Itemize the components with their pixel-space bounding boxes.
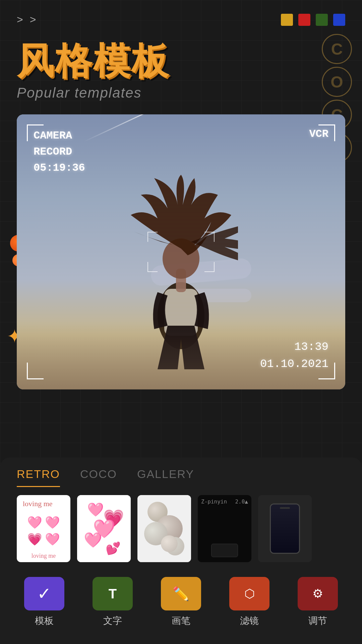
nav-arrows: > > xyxy=(17,13,36,26)
tab-coco[interactable]: COCO xyxy=(80,468,117,487)
tool-label-adjust: 调节 xyxy=(308,614,327,627)
tool-filter[interactable]: ⬡ 滤镜 xyxy=(229,577,269,627)
template-thumb-5[interactable] xyxy=(258,495,312,562)
color-dot-3[interactable] xyxy=(316,14,328,26)
tab-gallery[interactable]: GALLERY xyxy=(137,468,194,487)
check-icon: ✓ xyxy=(37,584,51,603)
coco-letter-o1: O xyxy=(322,67,352,97)
bottom-toolbar: ✓ 模板 T 文字 ✏️ 画笔 ⬡ 滤镜 ⚙ 调节 xyxy=(0,570,362,644)
center-crosshair xyxy=(147,232,215,272)
top-bar: > > xyxy=(0,0,362,33)
vcr-preview-frame: CAMERA RECORD 05:19:36 VCR 13:39 01.10.2… xyxy=(17,114,345,389)
tool-label-brush: 画笔 xyxy=(172,614,190,627)
tool-adjust[interactable]: ⚙ 调节 xyxy=(298,577,338,627)
nav-arrow-1[interactable]: > xyxy=(17,13,23,26)
color-dot-4[interactable] xyxy=(333,14,345,26)
vcr-bottom-right-text: 13:39 01.10.2021 xyxy=(260,338,328,373)
template-tabs: RETRO COCO GALLERY xyxy=(0,458,362,487)
tool-brush[interactable]: ✏️ 画笔 xyxy=(161,577,201,627)
page-title-cn: 风格模板 xyxy=(17,43,345,79)
color-dot-2[interactable] xyxy=(298,14,310,26)
vcr-image-bg: CAMERA RECORD 05:19:36 VCR 13:39 01.10.2… xyxy=(17,114,345,389)
title-area: 风格模板 Popular templates C O C O xyxy=(0,33,362,108)
template-thumb-3[interactable] xyxy=(137,495,191,562)
tool-label-template: 模板 xyxy=(35,614,54,627)
color-palette xyxy=(281,14,345,26)
template-thumb-4[interactable]: Z-pinyin 2.0▲ xyxy=(198,495,251,562)
tab-retro[interactable]: RETRO xyxy=(17,468,60,487)
template-thumbnails: loving me 🩷 🩷 💗 🩷 loving me 🩷 💗 🩷 💕 🩷 xyxy=(0,487,362,570)
nav-arrow-2[interactable]: > xyxy=(30,13,36,26)
color-dot-1[interactable] xyxy=(281,14,293,26)
template-thumb-2[interactable]: 🩷 💗 🩷 💕 🩷 xyxy=(77,495,131,562)
tool-label-text: 文字 xyxy=(103,614,122,627)
template-thumb-1[interactable]: loving me 🩷 🩷 💗 🩷 loving me xyxy=(17,495,70,562)
tool-template[interactable]: ✓ 模板 xyxy=(24,577,64,627)
vcr-top-left-text: CAMERA RECORD 05:19:36 xyxy=(34,128,85,176)
tool-text[interactable]: T 文字 xyxy=(93,577,133,627)
vcr-top-right-text: VCR xyxy=(309,128,328,140)
corner-bracket-bl xyxy=(27,363,44,379)
bottom-panel: RETRO COCO GALLERY loving me 🩷 🩷 💗 🩷 lov… xyxy=(0,458,362,644)
page-title-en: Popular templates xyxy=(17,85,345,101)
tool-icon-template: ✓ xyxy=(24,577,64,610)
tool-label-filter: 滤镜 xyxy=(240,614,259,627)
tool-icon-brush: ✏️ xyxy=(161,577,201,610)
tool-icon-adjust: ⚙ xyxy=(298,577,338,610)
tool-icon-filter: ⬡ xyxy=(229,577,269,610)
coco-letter-c1: C xyxy=(322,34,352,64)
tool-icon-text: T xyxy=(93,577,133,610)
